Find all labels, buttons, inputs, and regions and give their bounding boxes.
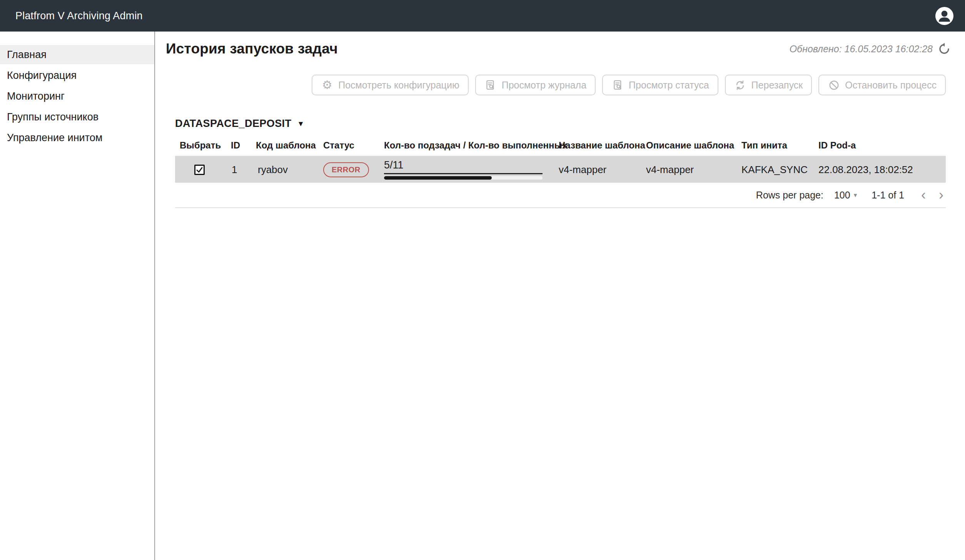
restart-button[interactable]: Перезапуск: [725, 75, 812, 95]
subtask-progress: 5/11: [384, 160, 543, 180]
sidebar-item-monitoring[interactable]: Мониторинг: [0, 87, 154, 106]
cell-init-type: KAFKA_SYNC: [741, 164, 818, 176]
sidebar-item-label: Конфигурация: [7, 70, 77, 82]
stop-process-button[interactable]: Остановить процесс: [818, 75, 946, 95]
column-header-init-type: Тип инита: [741, 140, 818, 151]
document-search-icon: [611, 79, 624, 91]
column-header-template-code: Код шаблона: [256, 140, 323, 151]
pager-controls: ‹ ›: [920, 188, 946, 202]
sidebar-item-source-groups[interactable]: Группы источников: [0, 107, 154, 127]
sidebar: Главная Конфигурация Мониторинг Группы и…: [0, 32, 155, 560]
view-configuration-button[interactable]: ⚙ Посмотреть конфигурацию: [312, 75, 468, 95]
person-icon: [935, 7, 953, 25]
column-header-id: ID: [227, 140, 256, 151]
chevron-down-icon: ▼: [297, 120, 304, 128]
dataspace-dropdown-value: DATASPACE_DEPOSIT: [175, 118, 291, 130]
sidebar-item-configuration[interactable]: Конфигурация: [0, 66, 154, 85]
cell-template-name: v4-mapper: [559, 164, 646, 176]
sidebar-item-label: Главная: [7, 49, 47, 61]
cell-pod-id: 22.08.2023, 18:02:52: [818, 164, 946, 176]
button-label: Остановить процесс: [845, 80, 937, 91]
user-avatar-button[interactable]: [935, 7, 953, 25]
next-page-button[interactable]: ›: [937, 188, 945, 202]
column-header-status: Статус: [323, 140, 384, 151]
sidebar-item-init-management[interactable]: Управление инитом: [0, 128, 154, 147]
page-title: История запусков задач: [166, 41, 338, 57]
cell-template-description: v4-mapper: [646, 164, 741, 176]
progress-bar: [384, 176, 543, 180]
table-header-row: Выбрать ID Код шаблона Статус Кол-во под…: [175, 135, 946, 157]
updated-timestamp: Обновлено: 16.05.2023 16:02:28: [790, 43, 933, 55]
app-header: Platfrom V Archiving Admin: [0, 0, 965, 32]
rows-per-page-select[interactable]: 100 ▾: [834, 190, 857, 201]
status-badge: ERROR: [323, 162, 369, 177]
row-select-checkbox[interactable]: [194, 165, 205, 175]
document-search-icon: [484, 79, 497, 91]
progress-bar-fill: [384, 176, 492, 180]
task-history-table: Выбрать ID Код шаблона Статус Кол-во под…: [175, 135, 946, 183]
previous-page-button[interactable]: ‹: [920, 188, 927, 202]
cell-id: 1: [227, 164, 256, 176]
sidebar-item-label: Управление инитом: [7, 132, 102, 144]
sidebar-item-home[interactable]: Главная: [0, 45, 154, 64]
dataspace-dropdown[interactable]: DATASPACE_DEPOSIT ▼: [175, 118, 946, 130]
cell-template-code: ryabov: [256, 164, 323, 176]
rows-per-page-label: Rows per page:: [756, 190, 823, 201]
button-label: Посмотреть конфигурацию: [338, 80, 459, 91]
button-label: Просмотр статуса: [629, 80, 709, 91]
pagination-range: 1-1 of 1: [872, 190, 904, 201]
restart-icon: [734, 79, 746, 91]
rows-per-page-value: 100: [834, 190, 850, 201]
table-row[interactable]: 1 ryabov ERROR 5/11 v4-mapper v4-mapper …: [175, 157, 946, 183]
column-header-template-description: Описание шаблона: [646, 140, 741, 151]
column-header-select: Выбрать: [175, 140, 227, 151]
title-row: История запусков задач Обновлено: 16.05.…: [166, 41, 946, 57]
column-header-subtasks: Кол-во подзадач / Кол-во выполненных: [384, 140, 559, 151]
stop-icon: [828, 79, 840, 91]
view-journal-button[interactable]: Просмотр журнала: [475, 75, 596, 95]
toolbar: ⚙ Посмотреть конфигурацию Просмотр журна…: [166, 75, 946, 95]
app-title: Platfrom V Archiving Admin: [15, 10, 143, 22]
progress-label: 5/11: [384, 160, 543, 174]
refresh-icon[interactable]: [937, 42, 951, 56]
sidebar-item-label: Группы источников: [7, 111, 99, 123]
pagination-bar: Rows per page: 100 ▾ 1-1 of 1 ‹ ›: [175, 183, 946, 208]
button-label: Перезапуск: [751, 80, 803, 91]
gear-icon: ⚙: [321, 79, 333, 91]
column-header-pod-id: ID Pod-a: [818, 140, 946, 151]
main-content: История запусков задач Обновлено: 16.05.…: [155, 32, 965, 560]
updated-info: Обновлено: 16.05.2023 16:02:28: [790, 42, 951, 56]
button-label: Просмотр журнала: [502, 80, 586, 91]
column-header-template-name: Название шаблона: [559, 140, 646, 151]
view-status-button[interactable]: Просмотр статуса: [602, 75, 718, 95]
chevron-down-icon: ▾: [854, 191, 857, 199]
sidebar-item-label: Мониторинг: [7, 90, 65, 102]
